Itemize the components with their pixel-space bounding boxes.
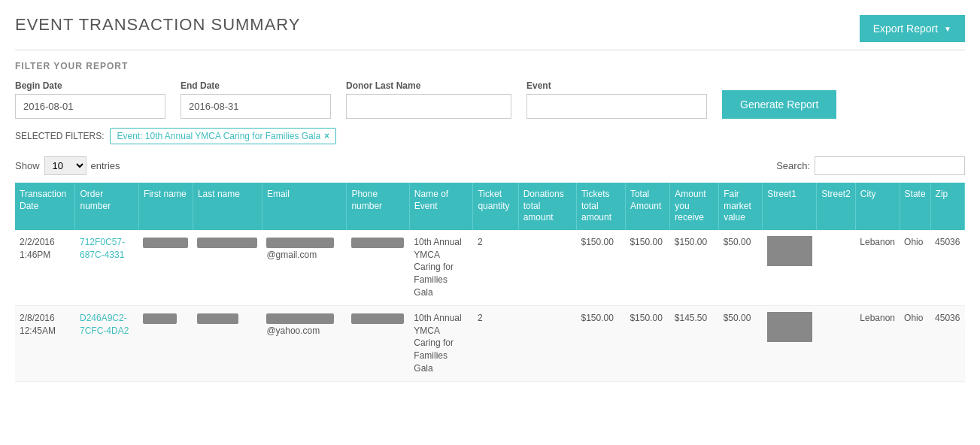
table-header-row: Transaction Date Order number First name… (15, 183, 965, 230)
col-tickets-total: Tickets total amount (576, 183, 625, 230)
col-last-name: Last name (193, 183, 262, 230)
col-email: Email (262, 183, 347, 230)
cell-first-name (138, 230, 193, 305)
table-body: 2/2/2016 1:46PM 712F0C57-687C-4331 @gmai… (15, 230, 965, 381)
filter-tag-label: Event: 10th Annual YMCA Caring for Famil… (117, 131, 320, 141)
generate-report-button[interactable]: Generate Report (722, 90, 836, 119)
order-link[interactable]: 712F0C57-687C-4331 (80, 237, 125, 260)
cell-tickets-total: $150.00 (576, 305, 625, 381)
filter-tag-event[interactable]: Event: 10th Annual YMCA Caring for Famil… (110, 128, 336, 144)
transactions-table: Transaction Date Order number First name… (15, 183, 965, 382)
table-row: 2/2/2016 1:46PM 712F0C57-687C-4331 @gmai… (15, 230, 965, 305)
cell-last-name (193, 230, 262, 305)
cell-phone (347, 230, 409, 305)
redacted-last-name (197, 313, 238, 324)
table-controls: Show 10 25 50 100 entries Search: (15, 156, 965, 175)
cell-event-name: 10th Annual YMCA Caring for Families Gal… (409, 230, 473, 305)
export-caret-icon: ▼ (944, 25, 951, 33)
col-phone-number: Phone number (347, 183, 409, 230)
search-label: Search: (776, 160, 810, 171)
col-ticket-qty: Ticket quantity (473, 183, 518, 230)
col-transaction-date: Transaction Date (15, 183, 75, 230)
col-city: City (855, 183, 900, 230)
export-report-button[interactable]: Export Report ▼ (860, 15, 965, 42)
redacted-first-name (143, 238, 188, 248)
cell-zip: 45036 (930, 230, 964, 305)
begin-date-input[interactable] (15, 94, 165, 119)
filter-section: FILTER YOUR REPORT Begin Date End Date D… (15, 61, 965, 144)
donor-last-name-input[interactable] (346, 94, 511, 119)
selected-filters-row: SELECTED FILTERS: Event: 10th Annual YMC… (15, 128, 965, 144)
export-report-label: Export Report (873, 23, 938, 35)
filter-tag-remove-icon[interactable]: × (324, 131, 329, 141)
cell-ticket-qty: 2 (473, 230, 518, 305)
col-order-number: Order number (75, 183, 138, 230)
end-date-input[interactable] (181, 94, 331, 119)
cell-street2 (817, 230, 856, 305)
cell-street2 (817, 305, 856, 381)
donor-last-name-field: Donor Last Name (346, 80, 511, 119)
cell-total-amount: $150.00 (625, 230, 669, 305)
order-link[interactable]: D246A9C2-7CFC-4DA2 (80, 313, 129, 336)
table-header: Transaction Date Order number First name… (15, 183, 965, 230)
redacted-email-prefix (266, 313, 334, 324)
redacted-last-name (197, 238, 257, 248)
header-divider (15, 50, 965, 50)
redacted-first-name (143, 313, 177, 324)
cell-state: Ohio (900, 305, 930, 381)
cell-event-name: 10th Annual YMCA Caring for Families Gal… (409, 305, 473, 381)
show-entries-control: Show 10 25 50 100 entries (15, 156, 120, 175)
cell-tickets-total: $150.00 (576, 230, 625, 305)
page-wrapper: EVENT TRANSACTION SUMMARY Export Report … (0, 0, 980, 397)
redacted-street1 (767, 312, 812, 342)
col-street1: Street1 (763, 183, 817, 230)
col-first-name: First name (138, 183, 193, 230)
redacted-phone (351, 238, 404, 248)
cell-email: @yahoo.com (262, 305, 347, 381)
col-street2: Street2 (817, 183, 856, 230)
cell-fair-market: $50.00 (719, 305, 763, 381)
col-fair-market: Fair market value (719, 183, 763, 230)
search-box: Search: (776, 156, 965, 175)
entries-select[interactable]: 10 25 50 100 (44, 156, 86, 175)
selected-filters-label: SELECTED FILTERS: (15, 131, 104, 141)
cell-email: @gmail.com (262, 230, 347, 305)
cell-city: Lebanon (855, 305, 900, 381)
cell-street1 (763, 230, 817, 305)
search-input[interactable] (815, 156, 965, 175)
event-input[interactable] (526, 94, 707, 119)
redacted-email-prefix (266, 238, 334, 248)
cell-transaction-date: 2/2/2016 1:46PM (15, 230, 75, 305)
begin-date-label: Begin Date (15, 80, 165, 91)
redacted-phone (351, 313, 404, 324)
end-date-label: End Date (181, 80, 331, 91)
col-amount-receive: Amount you receive (670, 183, 719, 230)
event-label: Event (526, 80, 707, 91)
show-label: Show (15, 160, 40, 171)
filter-row: Begin Date End Date Donor Last Name Even… (15, 80, 965, 119)
cell-first-name (138, 305, 193, 381)
redacted-street1 (767, 236, 812, 266)
cell-total-amount: $150.00 (625, 305, 669, 381)
entries-label: entries (91, 160, 120, 171)
end-date-field: End Date (181, 80, 331, 119)
col-donations-total: Donations total amount (518, 183, 576, 230)
cell-street1 (763, 305, 817, 381)
filter-section-title: FILTER YOUR REPORT (15, 61, 965, 71)
col-total-amount: Total Amount (625, 183, 669, 230)
table-row: 2/8/2016 12:45AM D246A9C2-7CFC-4DA2 @yah… (15, 305, 965, 381)
cell-phone (347, 305, 409, 381)
cell-order-number: 712F0C57-687C-4331 (75, 230, 138, 305)
cell-state: Ohio (900, 230, 930, 305)
cell-fair-market: $50.00 (719, 230, 763, 305)
begin-date-field: Begin Date (15, 80, 165, 119)
cell-ticket-qty: 2 (473, 305, 518, 381)
cell-city: Lebanon (855, 230, 900, 305)
cell-transaction-date: 2/8/2016 12:45AM (15, 305, 75, 381)
col-state: State (900, 183, 930, 230)
page-title: EVENT TRANSACTION SUMMARY (15, 15, 965, 35)
col-zip: Zip (930, 183, 964, 230)
col-event-name: Name of Event (409, 183, 473, 230)
cell-amount-receive: $145.50 (670, 305, 719, 381)
donor-last-name-label: Donor Last Name (346, 80, 511, 91)
